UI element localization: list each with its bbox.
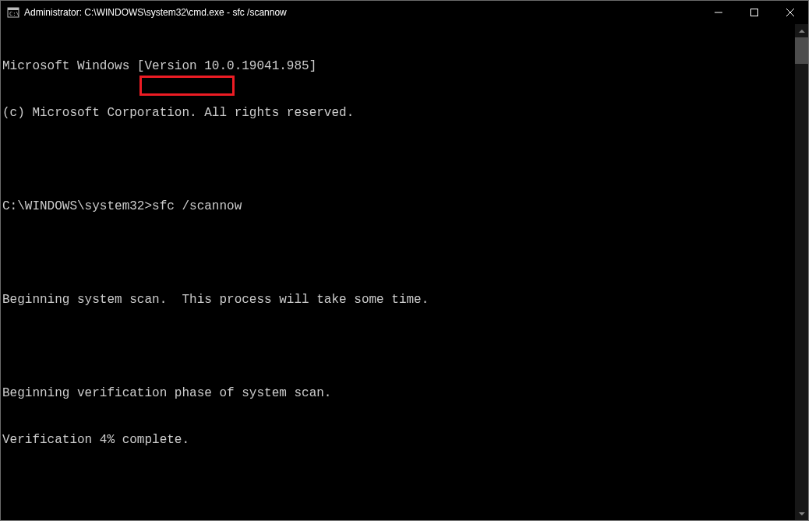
title-bar[interactable]: C:\ Administrator: C:\WINDOWS\system32\c… xyxy=(1,1,808,24)
chevron-down-icon xyxy=(799,512,805,515)
window-title: Administrator: C:\WINDOWS\system32\cmd.e… xyxy=(24,7,287,18)
console-line: Beginning verification phase of system s… xyxy=(2,385,793,401)
prompt-text: C:\WINDOWS\system32> xyxy=(2,199,152,213)
scrollbar-track[interactable] xyxy=(795,37,808,507)
console-line: Microsoft Windows [Version 10.0.19041.98… xyxy=(2,58,793,74)
console-prompt-line: C:\WINDOWS\system32>sfc /scannow xyxy=(2,199,793,214)
console-line xyxy=(2,152,793,167)
console-line xyxy=(2,339,793,354)
close-button[interactable] xyxy=(772,1,808,24)
console-line: Beginning system scan. This process will… xyxy=(2,292,793,308)
command-text: sfc /scannow xyxy=(152,199,242,213)
svg-text:C:\: C:\ xyxy=(9,11,19,17)
svg-rect-4 xyxy=(751,9,758,16)
svg-rect-1 xyxy=(8,8,19,10)
console-line xyxy=(2,245,793,261)
console-area[interactable]: Microsoft Windows [Version 10.0.19041.98… xyxy=(1,24,795,520)
console-line: (c) Microsoft Corporation. All rights re… xyxy=(2,105,793,121)
console-line: Verification 4% complete. xyxy=(2,432,793,448)
minimize-button[interactable] xyxy=(701,1,736,24)
chevron-up-icon xyxy=(799,30,805,33)
scroll-down-button[interactable] xyxy=(795,507,808,520)
scroll-up-button[interactable] xyxy=(795,24,808,37)
scrollbar-thumb[interactable] xyxy=(795,37,808,64)
maximize-button[interactable] xyxy=(736,1,772,24)
vertical-scrollbar[interactable] xyxy=(795,24,808,520)
cmd-icon: C:\ xyxy=(7,6,19,19)
cmd-window: C:\ Administrator: C:\WINDOWS\system32\c… xyxy=(0,0,809,521)
